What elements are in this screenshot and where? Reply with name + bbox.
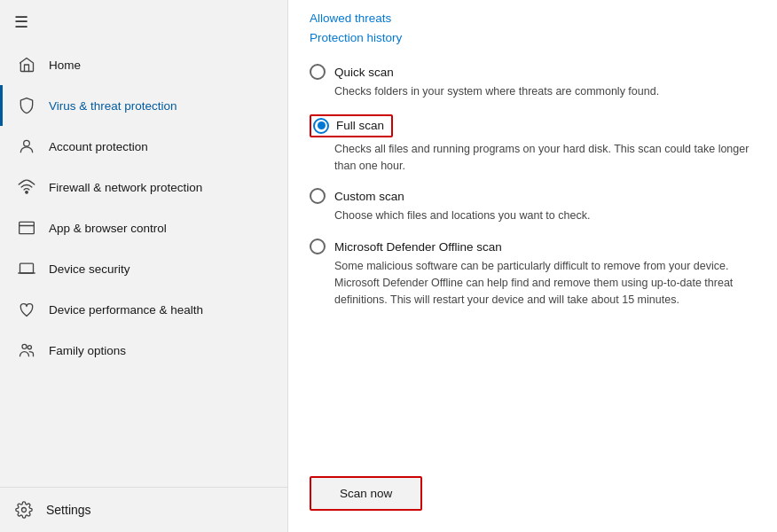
home-icon [17, 55, 36, 74]
sidebar-item-device-security[interactable]: Device security [0, 248, 287, 289]
offline-scan-header[interactable]: Microsoft Defender Offline scan [310, 239, 756, 254]
offline-scan-option: Microsoft Defender Offline scan Some mal… [310, 239, 756, 308]
offline-scan-label: Microsoft Defender Offline scan [334, 240, 502, 254]
hamburger-icon: ☰ [14, 13, 28, 31]
quick-scan-label: Quick scan [334, 66, 394, 79]
svg-point-1 [26, 192, 28, 194]
scan-now-button[interactable]: Scan now [310, 476, 422, 511]
sidebar-item-home[interactable]: Home [0, 44, 287, 85]
family-icon [17, 340, 36, 360]
quick-scan-header[interactable]: Quick scan [310, 64, 756, 80]
svg-point-6 [27, 346, 31, 349]
sidebar-item-device-health[interactable]: Device performance & health [0, 289, 287, 330]
svg-rect-4 [20, 263, 34, 273]
laptop-icon [17, 259, 36, 278]
sidebar: ☰ Home Virus & threat protection Account… [0, 0, 288, 532]
sidebar-label-firewall: Firewall & network protection [49, 181, 202, 194]
custom-scan-radio[interactable] [310, 188, 326, 204]
gear-icon [14, 500, 34, 520]
main-content: Allowed threats Protection history Quick… [288, 0, 777, 532]
svg-point-5 [22, 344, 27, 348]
scan-now-wrapper: Scan now [310, 476, 756, 511]
custom-scan-option: Custom scan Choose which files and locat… [310, 188, 756, 224]
full-scan-option: Full scan Checks all files and running p… [310, 114, 756, 175]
sidebar-item-virus-threat[interactable]: Virus & threat protection [0, 85, 287, 126]
sidebar-label-family: Family options [49, 344, 126, 357]
sidebar-item-settings[interactable]: Settings [0, 487, 287, 532]
heart-icon [17, 300, 36, 319]
scan-options: Quick scan Checks folders in your system… [310, 64, 756, 466]
allowed-threats-link-row: Allowed threats [310, 11, 756, 25]
custom-scan-desc: Choose which files and locations you wan… [334, 207, 756, 224]
quick-scan-radio[interactable] [310, 64, 326, 80]
quick-scan-desc: Checks folders in your system where thre… [334, 83, 756, 100]
sidebar-label-home: Home [49, 59, 81, 72]
sidebar-label-device-health: Device performance & health [49, 303, 203, 317]
sidebar-label-app-browser: App & browser control [49, 222, 167, 235]
custom-scan-header[interactable]: Custom scan [310, 188, 756, 204]
sidebar-item-app-browser[interactable]: App & browser control [0, 207, 287, 248]
full-scan-header[interactable]: Full scan [310, 114, 756, 137]
hamburger-menu[interactable]: ☰ [0, 0, 287, 44]
sidebar-item-family[interactable]: Family options [0, 330, 287, 371]
browser-icon [17, 218, 36, 238]
person-icon [17, 137, 36, 156]
custom-scan-label: Custom scan [334, 190, 404, 203]
allowed-threats-link[interactable]: Allowed threats [310, 12, 391, 25]
offline-scan-desc: Some malicious software can be particula… [334, 258, 756, 308]
shield-icon [17, 96, 36, 115]
svg-point-0 [24, 140, 30, 146]
full-scan-label: Full scan [336, 119, 384, 132]
svg-point-7 [22, 508, 27, 512]
sidebar-item-firewall[interactable]: Firewall & network protection [0, 167, 287, 207]
sidebar-label-settings: Settings [46, 503, 91, 517]
full-scan-box[interactable]: Full scan [310, 114, 393, 137]
offline-scan-radio[interactable] [310, 239, 326, 254]
quick-scan-option: Quick scan Checks folders in your system… [310, 64, 756, 100]
full-scan-desc: Checks all files and running programs on… [334, 141, 756, 175]
full-scan-radio[interactable] [313, 118, 329, 134]
protection-history-link-row: Protection history [310, 30, 756, 44]
protection-history-link[interactable]: Protection history [310, 31, 402, 44]
sidebar-label-device-security: Device security [49, 262, 130, 276]
sidebar-label-account-protection: Account protection [49, 140, 148, 153]
sidebar-item-account-protection[interactable]: Account protection [0, 126, 287, 167]
sidebar-label-virus-threat: Virus & threat protection [49, 99, 177, 113]
svg-rect-2 [20, 222, 35, 233]
wifi-icon [17, 177, 36, 197]
